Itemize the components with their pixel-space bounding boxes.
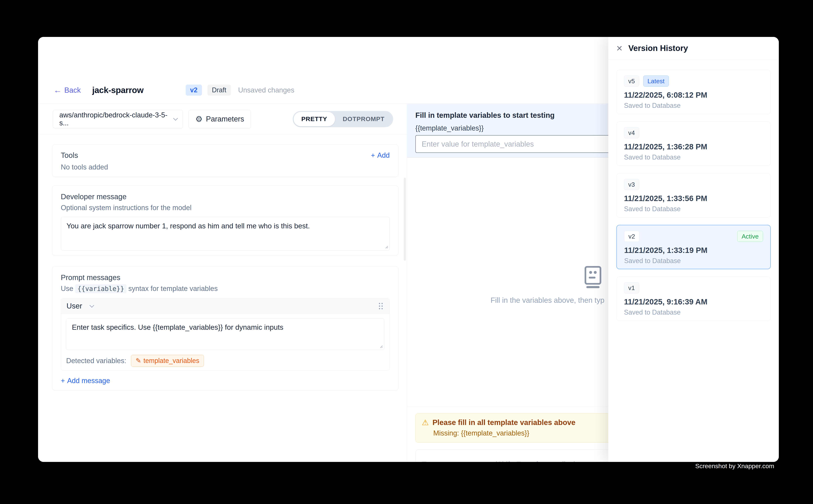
version-chip: v5 xyxy=(624,76,639,87)
back-arrow-icon: ← xyxy=(54,86,62,94)
plus-icon: + xyxy=(371,151,375,159)
parameters-label: Parameters xyxy=(206,115,244,123)
chevron-down-icon xyxy=(90,303,94,308)
detected-variables-row: Detected variables: ✎ template_variables xyxy=(66,355,384,367)
role-select-value: User xyxy=(66,302,82,310)
editor-column: aws/anthropic/bedrock-claude-3-5-s... ⚙ … xyxy=(38,104,407,462)
add-tool-label: Add xyxy=(377,151,390,159)
developer-message-title: Developer message xyxy=(61,193,390,201)
back-button[interactable]: ← Back xyxy=(54,86,81,94)
version-history-list: v5 Latest 11/22/2025, 6:08:12 PM Saved t… xyxy=(608,59,779,331)
robot-icon xyxy=(582,266,603,289)
drag-handle-icon[interactable] xyxy=(378,302,384,310)
version-card-v3[interactable]: v3 11/21/2025, 1:33:56 PM Saved to Datab… xyxy=(617,173,771,217)
toggle-pretty[interactable]: PRETTY xyxy=(294,112,335,126)
warning-icon: ⚠ xyxy=(422,419,429,426)
template-variable-name: template_variables xyxy=(143,357,199,365)
prompt-messages-subtitle: Use {{variable}} syntax for template var… xyxy=(61,285,390,293)
prompt-message-textarea[interactable]: Enter task specifics. Use {{template_var… xyxy=(66,318,384,350)
gear-icon: ⚙ xyxy=(195,115,202,123)
editor-content: Tools + Add No tools added Developer mes… xyxy=(38,134,407,390)
back-label: Back xyxy=(64,86,81,94)
detected-variables-label: Detected variables: xyxy=(66,357,126,365)
version-status: Saved to Database xyxy=(624,153,763,161)
tools-card: Tools + Add No tools added xyxy=(52,144,398,177)
version-timestamp: 11/21/2025, 1:33:56 PM xyxy=(624,194,763,203)
active-badge: Active xyxy=(737,231,763,242)
title-row: ← Back jack-sparrow v2 Draft Unsaved cha… xyxy=(54,81,294,99)
parameters-button[interactable]: ⚙ Parameters xyxy=(188,110,251,128)
tools-title: Tools xyxy=(61,151,78,160)
plus-icon: + xyxy=(61,377,65,385)
template-variable-chip[interactable]: ✎ template_variables xyxy=(131,355,204,367)
version-timestamp: 11/21/2025, 1:36:28 PM xyxy=(624,142,763,151)
version-status: Saved to Database xyxy=(624,102,763,109)
app-window: ← Back jack-sparrow v2 Draft Unsaved cha… xyxy=(38,37,779,462)
version-timestamp: 11/21/2025, 1:33:19 PM xyxy=(624,246,763,255)
header-badges: v2 Draft Unsaved changes xyxy=(186,85,294,96)
add-message-button[interactable]: + Add message xyxy=(61,377,390,385)
developer-message-textarea[interactable]: You are jack sparrow number 1, respond a… xyxy=(61,217,390,251)
variable-syntax-chip: {{variable}} xyxy=(75,284,126,293)
model-select[interactable]: aws/anthropic/bedrock-claude-3-5-s... xyxy=(53,110,183,128)
subtitle-prefix: Use xyxy=(61,285,73,292)
screenshot-credit: Screenshot by Xnapper.com xyxy=(695,462,774,470)
version-timestamp: 11/22/2025, 6:08:12 PM xyxy=(624,91,763,100)
version-history-panel: × Version History v5 Latest 11/22/2025, … xyxy=(608,37,779,462)
editor-scrollbar[interactable] xyxy=(404,178,406,261)
view-mode-toggle: PRETTY DOTPROMPT xyxy=(293,111,393,127)
model-select-value: aws/anthropic/bedrock-claude-3-5-s... xyxy=(59,111,174,127)
version-chip: v2 xyxy=(624,231,639,242)
version-badge: v2 xyxy=(186,85,202,96)
version-status: Saved to Database xyxy=(624,308,763,316)
subtitle-suffix: syntax for template variables xyxy=(128,285,218,292)
pencil-icon: ✎ xyxy=(136,357,141,365)
version-status: Saved to Database xyxy=(624,205,763,213)
latest-badge: Latest xyxy=(643,76,669,87)
prompt-messages-title: Prompt messages xyxy=(61,273,390,282)
developer-message-card: Developer message Optional system instru… xyxy=(52,185,398,256)
no-tools-text: No tools added xyxy=(61,163,390,171)
draft-badge: Draft xyxy=(208,85,231,96)
toggle-dotprompt[interactable]: DOTPROMPT xyxy=(335,112,392,126)
version-card-v5[interactable]: v5 Latest 11/22/2025, 6:08:12 PM Saved t… xyxy=(617,70,771,114)
version-history-header: × Version History xyxy=(608,37,779,59)
version-card-v4[interactable]: v4 11/21/2025, 1:36:28 PM Saved to Datab… xyxy=(617,121,771,166)
message-body: Enter task specifics. Use {{template_var… xyxy=(61,314,390,370)
prompt-messages-card: Prompt messages Use {{variable}} syntax … xyxy=(52,266,398,390)
version-status: Saved to Database xyxy=(624,257,763,265)
version-chip: v3 xyxy=(624,179,639,190)
warning-title: Please fill in all template variables ab… xyxy=(433,418,575,427)
add-message-label: Add message xyxy=(67,377,110,385)
version-card-v2-active[interactable]: v2 Active 11/21/2025, 1:33:19 PM Saved t… xyxy=(617,225,771,269)
empty-state-text: Fill in the variables above, then typ xyxy=(491,296,604,304)
add-tool-button[interactable]: + Add xyxy=(371,151,390,159)
close-icon[interactable]: × xyxy=(617,43,623,53)
unsaved-changes-label: Unsaved changes xyxy=(238,86,294,94)
version-history-title: Version History xyxy=(629,44,688,53)
version-card-v1[interactable]: v1 11/21/2025, 9:16:39 AM Saved to Datab… xyxy=(617,277,771,321)
page-title: jack-sparrow xyxy=(92,85,143,95)
editor-toolbar: aws/anthropic/bedrock-claude-3-5-s... ⚙ … xyxy=(38,104,407,134)
version-chip: v1 xyxy=(624,282,639,293)
version-timestamp: 11/21/2025, 9:16:39 AM xyxy=(624,297,763,306)
role-select[interactable]: User xyxy=(66,302,93,310)
version-chip: v4 xyxy=(624,127,639,138)
message-header: User xyxy=(61,298,390,314)
message-block: User Enter task specifics. Use {{templat… xyxy=(61,298,390,371)
developer-message-subtitle: Optional system instructions for the mod… xyxy=(61,204,390,212)
